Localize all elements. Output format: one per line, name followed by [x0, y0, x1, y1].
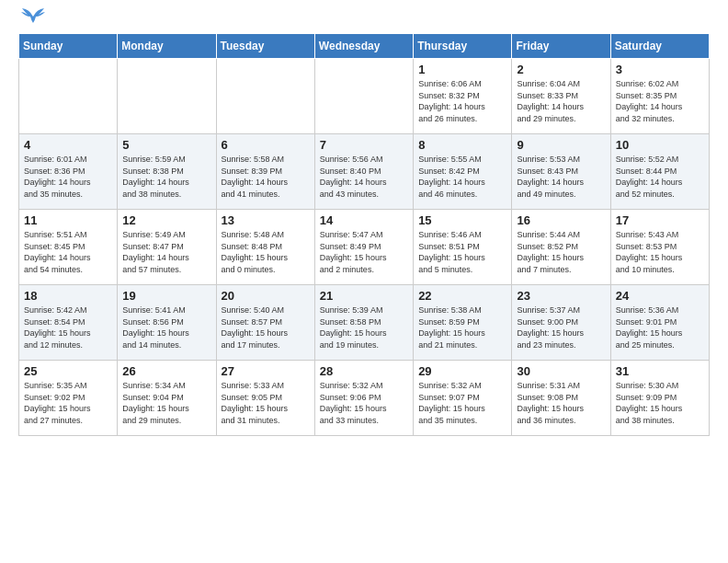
cell-4-7: 24Sunrise: 5:36 AM Sunset: 9:01 PM Dayli… — [610, 285, 709, 361]
cell-info: Sunrise: 6:02 AM Sunset: 8:35 PM Dayligh… — [616, 78, 704, 124]
day-number: 25 — [24, 364, 112, 378]
day-number: 2 — [517, 63, 605, 76]
cell-info: Sunrise: 5:43 AM Sunset: 8:53 PM Dayligh… — [616, 229, 704, 275]
cell-5-5: 29Sunrise: 5:32 AM Sunset: 9:07 PM Dayli… — [414, 361, 512, 436]
day-number: 12 — [122, 213, 210, 227]
col-header-wednesday: Wednesday — [314, 34, 413, 59]
day-number: 16 — [517, 213, 605, 227]
cell-3-4: 14Sunrise: 5:47 AM Sunset: 8:49 PM Dayli… — [314, 210, 413, 285]
cell-info: Sunrise: 5:32 AM Sunset: 9:06 PM Dayligh… — [320, 380, 408, 426]
cell-info: Sunrise: 5:51 AM Sunset: 8:45 PM Dayligh… — [24, 229, 112, 275]
week-row-5: 25Sunrise: 5:35 AM Sunset: 9:02 PM Dayli… — [19, 361, 710, 436]
cell-2-1: 4Sunrise: 6:01 AM Sunset: 8:36 PM Daylig… — [19, 134, 118, 210]
cell-info: Sunrise: 5:58 AM Sunset: 8:39 PM Dayligh… — [222, 154, 310, 200]
col-header-thursday: Thursday — [414, 34, 512, 59]
cell-2-2: 5Sunrise: 5:59 AM Sunset: 8:38 PM Daylig… — [118, 134, 216, 210]
cell-1-2 — [118, 59, 216, 134]
cell-5-2: 26Sunrise: 5:34 AM Sunset: 9:04 PM Dayli… — [118, 361, 216, 436]
day-number: 21 — [320, 289, 408, 303]
cell-2-5: 8Sunrise: 5:55 AM Sunset: 8:42 PM Daylig… — [414, 134, 512, 210]
day-number: 27 — [222, 364, 310, 378]
cell-info: Sunrise: 5:40 AM Sunset: 8:57 PM Dayligh… — [222, 304, 310, 350]
day-number: 10 — [616, 138, 704, 152]
day-number: 9 — [517, 138, 605, 152]
header — [18, 15, 710, 24]
header-row: SundayMondayTuesdayWednesdayThursdayFrid… — [19, 34, 710, 59]
cell-1-1 — [19, 59, 118, 134]
day-number: 5 — [122, 138, 210, 152]
cell-3-3: 13Sunrise: 5:48 AM Sunset: 8:48 PM Dayli… — [216, 210, 314, 285]
page: SundayMondayTuesdayWednesdayThursdayFrid… — [0, 0, 728, 451]
cell-info: Sunrise: 5:46 AM Sunset: 8:51 PM Dayligh… — [418, 229, 506, 275]
cell-info: Sunrise: 5:47 AM Sunset: 8:49 PM Dayligh… — [320, 229, 408, 275]
day-number: 29 — [418, 364, 506, 378]
cell-info: Sunrise: 5:30 AM Sunset: 9:09 PM Dayligh… — [616, 380, 704, 426]
cell-5-6: 30Sunrise: 5:31 AM Sunset: 9:08 PM Dayli… — [512, 361, 610, 436]
col-header-saturday: Saturday — [610, 34, 709, 59]
week-row-1: 1Sunrise: 6:06 AM Sunset: 8:32 PM Daylig… — [19, 59, 710, 134]
cell-1-7: 3Sunrise: 6:02 AM Sunset: 8:35 PM Daylig… — [610, 59, 709, 134]
day-number: 6 — [222, 138, 310, 152]
cell-1-5: 1Sunrise: 6:06 AM Sunset: 8:32 PM Daylig… — [414, 59, 512, 134]
day-number: 24 — [616, 289, 704, 303]
cell-5-1: 25Sunrise: 5:35 AM Sunset: 9:02 PM Dayli… — [19, 361, 118, 436]
cell-info: Sunrise: 5:55 AM Sunset: 8:42 PM Dayligh… — [418, 154, 506, 200]
calendar-table: SundayMondayTuesdayWednesdayThursdayFrid… — [18, 33, 710, 436]
cell-info: Sunrise: 6:06 AM Sunset: 8:32 PM Dayligh… — [418, 78, 506, 124]
cell-1-6: 2Sunrise: 6:04 AM Sunset: 8:33 PM Daylig… — [512, 59, 610, 134]
cell-4-2: 19Sunrise: 5:41 AM Sunset: 8:56 PM Dayli… — [118, 285, 216, 361]
day-number: 17 — [616, 213, 704, 227]
cell-info: Sunrise: 5:41 AM Sunset: 8:56 PM Dayligh… — [122, 304, 210, 350]
day-number: 4 — [24, 138, 112, 152]
cell-info: Sunrise: 5:39 AM Sunset: 8:58 PM Dayligh… — [320, 304, 408, 350]
cell-info: Sunrise: 5:35 AM Sunset: 9:02 PM Dayligh… — [24, 380, 112, 426]
cell-info: Sunrise: 6:04 AM Sunset: 8:33 PM Dayligh… — [517, 78, 605, 124]
col-header-monday: Monday — [118, 34, 216, 59]
cell-info: Sunrise: 5:59 AM Sunset: 8:38 PM Dayligh… — [122, 154, 210, 200]
cell-2-7: 10Sunrise: 5:52 AM Sunset: 8:44 PM Dayli… — [610, 134, 709, 210]
cell-5-3: 27Sunrise: 5:33 AM Sunset: 9:05 PM Dayli… — [216, 361, 314, 436]
cell-3-2: 12Sunrise: 5:49 AM Sunset: 8:47 PM Dayli… — [118, 210, 216, 285]
col-header-friday: Friday — [512, 34, 610, 59]
cell-4-3: 20Sunrise: 5:40 AM Sunset: 8:57 PM Dayli… — [216, 285, 314, 361]
day-number: 1 — [418, 63, 506, 76]
cell-info: Sunrise: 5:56 AM Sunset: 8:40 PM Dayligh… — [320, 154, 408, 200]
week-row-2: 4Sunrise: 6:01 AM Sunset: 8:36 PM Daylig… — [19, 134, 710, 210]
cell-3-5: 15Sunrise: 5:46 AM Sunset: 8:51 PM Dayli… — [414, 210, 512, 285]
cell-info: Sunrise: 5:44 AM Sunset: 8:52 PM Dayligh… — [517, 229, 605, 275]
cell-info: Sunrise: 5:49 AM Sunset: 8:47 PM Dayligh… — [122, 229, 210, 275]
day-number: 20 — [222, 289, 310, 303]
cell-3-7: 17Sunrise: 5:43 AM Sunset: 8:53 PM Dayli… — [610, 210, 709, 285]
cell-2-4: 7Sunrise: 5:56 AM Sunset: 8:40 PM Daylig… — [314, 134, 413, 210]
cell-info: Sunrise: 5:52 AM Sunset: 8:44 PM Dayligh… — [616, 154, 704, 200]
cell-info: Sunrise: 5:31 AM Sunset: 9:08 PM Dayligh… — [517, 380, 605, 426]
logo-bird-icon — [20, 7, 46, 24]
cell-info: Sunrise: 6:01 AM Sunset: 8:36 PM Dayligh… — [24, 154, 112, 200]
logo — [18, 15, 46, 24]
week-row-4: 18Sunrise: 5:42 AM Sunset: 8:54 PM Dayli… — [19, 285, 710, 361]
day-number: 11 — [24, 213, 112, 227]
day-number: 22 — [418, 289, 506, 303]
cell-info: Sunrise: 5:36 AM Sunset: 9:01 PM Dayligh… — [616, 304, 704, 350]
col-header-tuesday: Tuesday — [216, 34, 314, 59]
day-number: 8 — [418, 138, 506, 152]
cell-5-7: 31Sunrise: 5:30 AM Sunset: 9:09 PM Dayli… — [610, 361, 709, 436]
day-number: 26 — [122, 364, 210, 378]
cell-info: Sunrise: 5:42 AM Sunset: 8:54 PM Dayligh… — [24, 304, 112, 350]
day-number: 23 — [517, 289, 605, 303]
cell-info: Sunrise: 5:33 AM Sunset: 9:05 PM Dayligh… — [222, 380, 310, 426]
day-number: 18 — [24, 289, 112, 303]
cell-4-1: 18Sunrise: 5:42 AM Sunset: 8:54 PM Dayli… — [19, 285, 118, 361]
cell-info: Sunrise: 5:32 AM Sunset: 9:07 PM Dayligh… — [418, 380, 506, 426]
day-number: 15 — [418, 213, 506, 227]
cell-1-3 — [216, 59, 314, 134]
day-number: 31 — [616, 364, 704, 378]
cell-2-3: 6Sunrise: 5:58 AM Sunset: 8:39 PM Daylig… — [216, 134, 314, 210]
day-number: 19 — [122, 289, 210, 303]
cell-2-6: 9Sunrise: 5:53 AM Sunset: 8:43 PM Daylig… — [512, 134, 610, 210]
day-number: 3 — [616, 63, 704, 76]
day-number: 7 — [320, 138, 408, 152]
day-number: 28 — [320, 364, 408, 378]
cell-info: Sunrise: 5:37 AM Sunset: 9:00 PM Dayligh… — [517, 304, 605, 350]
day-number: 14 — [320, 213, 408, 227]
